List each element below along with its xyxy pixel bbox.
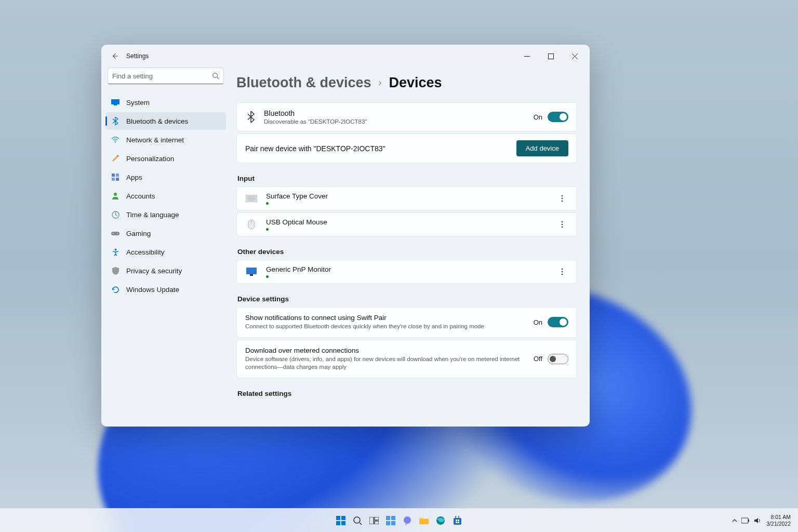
chevron-up-icon bbox=[732, 518, 737, 523]
nav-list: System Bluetooth & devices Network & int… bbox=[105, 94, 226, 298]
add-device-button[interactable]: Add device bbox=[516, 140, 568, 156]
sidebar-item-bluetooth-devices[interactable]: Bluetooth & devices bbox=[105, 112, 226, 130]
svg-rect-11 bbox=[112, 178, 115, 181]
pair-text: Pair new device with "DESKTOP-2IOCT83" bbox=[245, 144, 516, 153]
bluetooth-subtitle: Discoverable as "DESKTOP-2IOCT83" bbox=[264, 118, 534, 125]
close-button[interactable] bbox=[563, 48, 587, 64]
sidebar-item-label: Time & language bbox=[126, 211, 179, 219]
swift-pair-toggle[interactable] bbox=[548, 317, 568, 327]
svg-rect-48 bbox=[391, 521, 395, 525]
chat-button[interactable] bbox=[401, 514, 414, 527]
svg-point-30 bbox=[562, 227, 563, 228]
metered-setting: Download over metered connections Device… bbox=[236, 340, 577, 378]
device-row[interactable]: Surface Type Cover bbox=[236, 187, 577, 210]
svg-rect-50 bbox=[419, 519, 429, 524]
svg-rect-53 bbox=[456, 520, 457, 521]
svg-rect-1 bbox=[548, 54, 553, 59]
arrow-left-icon bbox=[111, 52, 118, 60]
sidebar-item-time-language[interactable]: Time & language bbox=[105, 206, 226, 223]
sidebar-item-label: Accounts bbox=[126, 192, 155, 200]
svg-rect-58 bbox=[748, 520, 749, 522]
breadcrumb: Bluetooth & devices › Devices bbox=[236, 75, 577, 91]
maximize-button[interactable] bbox=[539, 48, 563, 64]
search-input[interactable] bbox=[112, 72, 212, 80]
widgets-icon bbox=[386, 516, 395, 525]
search-icon bbox=[212, 72, 219, 79]
store-button[interactable] bbox=[450, 514, 464, 527]
person-icon bbox=[111, 191, 120, 201]
sidebar-item-personalization[interactable]: Personalization bbox=[105, 150, 226, 167]
update-icon bbox=[111, 285, 120, 294]
svg-point-33 bbox=[562, 269, 563, 270]
taskbar-clock[interactable]: 8:01 AM 3/21/2022 bbox=[766, 514, 791, 526]
svg-point-18 bbox=[114, 248, 116, 250]
svg-rect-54 bbox=[458, 520, 459, 521]
sidebar-item-apps[interactable]: Apps bbox=[105, 168, 226, 186]
svg-rect-52 bbox=[454, 518, 461, 525]
monitor-icon bbox=[245, 265, 258, 278]
file-explorer-button[interactable] bbox=[417, 514, 431, 527]
chevron-right-icon: › bbox=[379, 77, 382, 88]
search-box[interactable] bbox=[108, 68, 224, 84]
swift-pair-setting: Show notifications to connect using Swif… bbox=[236, 307, 577, 338]
folder-icon bbox=[419, 516, 429, 524]
store-icon bbox=[453, 516, 462, 525]
sidebar-item-gaming[interactable]: Gaming bbox=[105, 224, 226, 242]
edge-button[interactable] bbox=[434, 514, 447, 527]
sidebar-item-accessibility[interactable]: Accessibility bbox=[105, 243, 226, 261]
paintbrush-icon bbox=[111, 154, 120, 163]
svg-rect-12 bbox=[116, 178, 119, 181]
start-button[interactable] bbox=[334, 514, 348, 527]
svg-point-25 bbox=[562, 201, 563, 202]
edge-icon bbox=[436, 516, 445, 525]
svg-line-5 bbox=[217, 77, 219, 79]
bluetooth-toggle[interactable] bbox=[548, 112, 568, 122]
system-tray[interactable] bbox=[732, 517, 761, 524]
sidebar-item-windows-update[interactable]: Windows Update bbox=[105, 281, 226, 298]
volume-icon bbox=[754, 517, 761, 524]
device-row[interactable]: USB Optical Mouse bbox=[236, 212, 577, 236]
svg-point-28 bbox=[562, 221, 563, 223]
sidebar-item-system[interactable]: System bbox=[105, 94, 226, 111]
sidebar-item-network[interactable]: Network & internet bbox=[105, 131, 226, 149]
svg-rect-6 bbox=[111, 99, 119, 104]
shield-icon bbox=[111, 266, 120, 275]
setting-state-label: Off bbox=[534, 355, 542, 363]
widgets-button[interactable] bbox=[384, 514, 397, 527]
minimize-button[interactable] bbox=[515, 48, 539, 64]
taskbar: 8:01 AM 3/21/2022 bbox=[0, 508, 798, 532]
metered-toggle[interactable] bbox=[548, 354, 568, 364]
svg-rect-31 bbox=[246, 268, 257, 274]
svg-point-4 bbox=[213, 73, 218, 78]
svg-rect-55 bbox=[456, 522, 457, 523]
svg-point-8 bbox=[115, 142, 116, 143]
svg-point-40 bbox=[354, 517, 360, 523]
svg-point-16 bbox=[113, 233, 114, 234]
taskbar-center bbox=[334, 514, 464, 527]
status-dot bbox=[266, 202, 269, 205]
mouse-icon bbox=[245, 218, 258, 231]
svg-point-34 bbox=[562, 271, 563, 273]
apps-icon bbox=[111, 172, 120, 182]
more-vertical-icon bbox=[561, 221, 563, 228]
task-view-button[interactable] bbox=[367, 514, 381, 527]
sidebar-item-accounts[interactable]: Accounts bbox=[105, 187, 226, 205]
setting-title: Show notifications to connect using Swif… bbox=[245, 314, 523, 322]
section-device-settings: Device settings bbox=[237, 295, 577, 303]
search-button[interactable] bbox=[351, 514, 364, 527]
more-button[interactable] bbox=[556, 192, 568, 205]
setting-subtitle: Connect to supported Bluetooth devices q… bbox=[245, 323, 523, 331]
breadcrumb-current: Devices bbox=[389, 75, 442, 91]
sidebar-item-label: Network & internet bbox=[126, 136, 184, 144]
device-row[interactable]: Generic PnP Monitor bbox=[236, 260, 577, 284]
svg-point-35 bbox=[562, 274, 563, 275]
more-button[interactable] bbox=[556, 218, 568, 231]
minimize-icon bbox=[524, 54, 530, 59]
more-button[interactable] bbox=[556, 265, 568, 278]
sidebar: System Bluetooth & devices Network & int… bbox=[101, 68, 230, 427]
window-controls bbox=[515, 48, 587, 64]
sidebar-item-privacy[interactable]: Privacy & security bbox=[105, 262, 226, 280]
back-button[interactable] bbox=[108, 49, 122, 63]
svg-rect-15 bbox=[111, 232, 119, 235]
breadcrumb-parent[interactable]: Bluetooth & devices bbox=[236, 75, 371, 91]
